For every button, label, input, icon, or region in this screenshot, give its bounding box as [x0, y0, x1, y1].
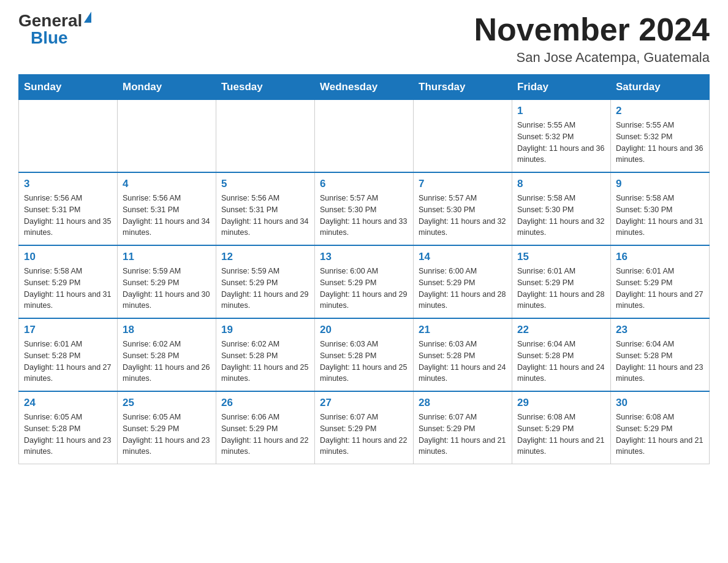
- calendar-header-monday: Monday: [118, 75, 216, 100]
- day-number: 10: [24, 251, 112, 263]
- day-number: 17: [24, 324, 112, 336]
- calendar-cell: 29Sunrise: 6:08 AM Sunset: 5:29 PM Dayli…: [512, 391, 611, 464]
- calendar-cell: 3Sunrise: 5:56 AM Sunset: 5:31 PM Daylig…: [19, 172, 118, 245]
- day-info: Sunrise: 5:58 AM Sunset: 5:30 PM Dayligh…: [616, 193, 704, 239]
- day-info: Sunrise: 5:58 AM Sunset: 5:30 PM Dayligh…: [517, 193, 605, 239]
- calendar-header-row: SundayMondayTuesdayWednesdayThursdayFrid…: [19, 75, 710, 100]
- day-info: Sunrise: 6:01 AM Sunset: 5:29 PM Dayligh…: [517, 266, 605, 312]
- calendar-week-row: 3Sunrise: 5:56 AM Sunset: 5:31 PM Daylig…: [19, 172, 710, 245]
- calendar-week-row: 24Sunrise: 6:05 AM Sunset: 5:28 PM Dayli…: [19, 391, 710, 464]
- calendar-cell: 25Sunrise: 6:05 AM Sunset: 5:29 PM Dayli…: [118, 391, 216, 464]
- calendar-cell: 21Sunrise: 6:03 AM Sunset: 5:28 PM Dayli…: [414, 318, 512, 391]
- day-number: 3: [24, 178, 112, 190]
- calendar-cell: [216, 100, 315, 173]
- day-number: 20: [320, 324, 408, 336]
- day-number: 21: [419, 324, 507, 336]
- title-block: November 2024 San Jose Acatempa, Guatema…: [474, 12, 710, 66]
- calendar-cell: 20Sunrise: 6:03 AM Sunset: 5:28 PM Dayli…: [315, 318, 414, 391]
- day-info: Sunrise: 6:01 AM Sunset: 5:29 PM Dayligh…: [616, 266, 704, 312]
- day-info: Sunrise: 6:03 AM Sunset: 5:28 PM Dayligh…: [419, 339, 507, 385]
- calendar-cell: 18Sunrise: 6:02 AM Sunset: 5:28 PM Dayli…: [118, 318, 216, 391]
- day-number: 24: [24, 397, 112, 409]
- calendar-cell: 27Sunrise: 6:07 AM Sunset: 5:29 PM Dayli…: [315, 391, 414, 464]
- calendar-week-row: 17Sunrise: 6:01 AM Sunset: 5:28 PM Dayli…: [19, 318, 710, 391]
- calendar-week-row: 1Sunrise: 5:55 AM Sunset: 5:32 PM Daylig…: [19, 100, 710, 173]
- logo-general-text: General: [18, 12, 82, 29]
- calendar-header-saturday: Saturday: [611, 75, 710, 100]
- calendar-cell: [19, 100, 118, 173]
- calendar-cell: 22Sunrise: 6:04 AM Sunset: 5:28 PM Dayli…: [512, 318, 611, 391]
- location-title: San Jose Acatempa, Guatemala: [474, 50, 710, 66]
- day-number: 16: [616, 251, 704, 263]
- calendar-cell: 15Sunrise: 6:01 AM Sunset: 5:29 PM Dayli…: [512, 245, 611, 318]
- calendar-cell: 28Sunrise: 6:07 AM Sunset: 5:29 PM Dayli…: [414, 391, 512, 464]
- day-number: 25: [123, 397, 211, 409]
- day-info: Sunrise: 5:56 AM Sunset: 5:31 PM Dayligh…: [24, 193, 112, 239]
- day-number: 27: [320, 397, 408, 409]
- day-info: Sunrise: 6:03 AM Sunset: 5:28 PM Dayligh…: [320, 339, 408, 385]
- day-info: Sunrise: 6:05 AM Sunset: 5:29 PM Dayligh…: [123, 412, 211, 458]
- day-info: Sunrise: 5:56 AM Sunset: 5:31 PM Dayligh…: [221, 193, 309, 239]
- month-title: November 2024: [474, 12, 710, 47]
- calendar-cell: 11Sunrise: 5:59 AM Sunset: 5:29 PM Dayli…: [118, 245, 216, 318]
- calendar-cell: 8Sunrise: 5:58 AM Sunset: 5:30 PM Daylig…: [512, 172, 611, 245]
- day-info: Sunrise: 5:57 AM Sunset: 5:30 PM Dayligh…: [419, 193, 507, 239]
- calendar-cell: 7Sunrise: 5:57 AM Sunset: 5:30 PM Daylig…: [414, 172, 512, 245]
- day-info: Sunrise: 6:08 AM Sunset: 5:29 PM Dayligh…: [616, 412, 704, 458]
- day-number: 28: [419, 397, 507, 409]
- day-number: 5: [221, 178, 309, 190]
- calendar-cell: 24Sunrise: 6:05 AM Sunset: 5:28 PM Dayli…: [19, 391, 118, 464]
- calendar-cell: 6Sunrise: 5:57 AM Sunset: 5:30 PM Daylig…: [315, 172, 414, 245]
- day-info: Sunrise: 6:01 AM Sunset: 5:28 PM Dayligh…: [24, 339, 112, 385]
- day-info: Sunrise: 6:02 AM Sunset: 5:28 PM Dayligh…: [123, 339, 211, 385]
- calendar-cell: 23Sunrise: 6:04 AM Sunset: 5:28 PM Dayli…: [611, 318, 710, 391]
- calendar-cell: 17Sunrise: 6:01 AM Sunset: 5:28 PM Dayli…: [19, 318, 118, 391]
- day-number: 12: [221, 251, 309, 263]
- day-info: Sunrise: 6:02 AM Sunset: 5:28 PM Dayligh…: [221, 339, 309, 385]
- logo-blue-text: Blue: [31, 29, 68, 47]
- day-info: Sunrise: 6:00 AM Sunset: 5:29 PM Dayligh…: [320, 266, 408, 312]
- day-info: Sunrise: 6:00 AM Sunset: 5:29 PM Dayligh…: [419, 266, 507, 312]
- day-info: Sunrise: 5:55 AM Sunset: 5:32 PM Dayligh…: [517, 120, 605, 166]
- day-number: 19: [221, 324, 309, 336]
- calendar-cell: [414, 100, 512, 173]
- day-info: Sunrise: 5:57 AM Sunset: 5:30 PM Dayligh…: [320, 193, 408, 239]
- calendar-cell: [118, 100, 216, 173]
- day-number: 13: [320, 251, 408, 263]
- day-info: Sunrise: 5:58 AM Sunset: 5:29 PM Dayligh…: [24, 266, 112, 312]
- day-info: Sunrise: 5:59 AM Sunset: 5:29 PM Dayligh…: [221, 266, 309, 312]
- calendar-table: SundayMondayTuesdayWednesdayThursdayFrid…: [18, 74, 710, 464]
- calendar-cell: 10Sunrise: 5:58 AM Sunset: 5:29 PM Dayli…: [19, 245, 118, 318]
- calendar-cell: 1Sunrise: 5:55 AM Sunset: 5:32 PM Daylig…: [512, 100, 611, 173]
- calendar-cell: 26Sunrise: 6:06 AM Sunset: 5:29 PM Dayli…: [216, 391, 315, 464]
- day-info: Sunrise: 6:07 AM Sunset: 5:29 PM Dayligh…: [419, 412, 507, 458]
- calendar-cell: 13Sunrise: 6:00 AM Sunset: 5:29 PM Dayli…: [315, 245, 414, 318]
- day-info: Sunrise: 6:08 AM Sunset: 5:29 PM Dayligh…: [517, 412, 605, 458]
- day-number: 9: [616, 178, 704, 190]
- logo: General Blue: [18, 12, 91, 47]
- day-info: Sunrise: 5:55 AM Sunset: 5:32 PM Dayligh…: [616, 120, 704, 166]
- day-number: 1: [517, 105, 605, 117]
- calendar-cell: 14Sunrise: 6:00 AM Sunset: 5:29 PM Dayli…: [414, 245, 512, 318]
- calendar-cell: 5Sunrise: 5:56 AM Sunset: 5:31 PM Daylig…: [216, 172, 315, 245]
- day-info: Sunrise: 5:59 AM Sunset: 5:29 PM Dayligh…: [123, 266, 211, 312]
- page-header: General Blue November 2024 San Jose Acat…: [18, 12, 710, 66]
- day-info: Sunrise: 6:04 AM Sunset: 5:28 PM Dayligh…: [616, 339, 704, 385]
- day-number: 23: [616, 324, 704, 336]
- calendar-header-friday: Friday: [512, 75, 611, 100]
- day-info: Sunrise: 6:06 AM Sunset: 5:29 PM Dayligh…: [221, 412, 309, 458]
- day-number: 14: [419, 251, 507, 263]
- day-number: 26: [221, 397, 309, 409]
- calendar-cell: 2Sunrise: 5:55 AM Sunset: 5:32 PM Daylig…: [611, 100, 710, 173]
- calendar-week-row: 10Sunrise: 5:58 AM Sunset: 5:29 PM Dayli…: [19, 245, 710, 318]
- calendar-header-wednesday: Wednesday: [315, 75, 414, 100]
- day-info: Sunrise: 5:56 AM Sunset: 5:31 PM Dayligh…: [123, 193, 211, 239]
- day-number: 18: [123, 324, 211, 336]
- logo-triangle-icon: [84, 12, 91, 23]
- calendar-cell: 9Sunrise: 5:58 AM Sunset: 5:30 PM Daylig…: [611, 172, 710, 245]
- calendar-header-sunday: Sunday: [19, 75, 118, 100]
- day-number: 30: [616, 397, 704, 409]
- calendar-header-tuesday: Tuesday: [216, 75, 315, 100]
- day-number: 29: [517, 397, 605, 409]
- day-number: 6: [320, 178, 408, 190]
